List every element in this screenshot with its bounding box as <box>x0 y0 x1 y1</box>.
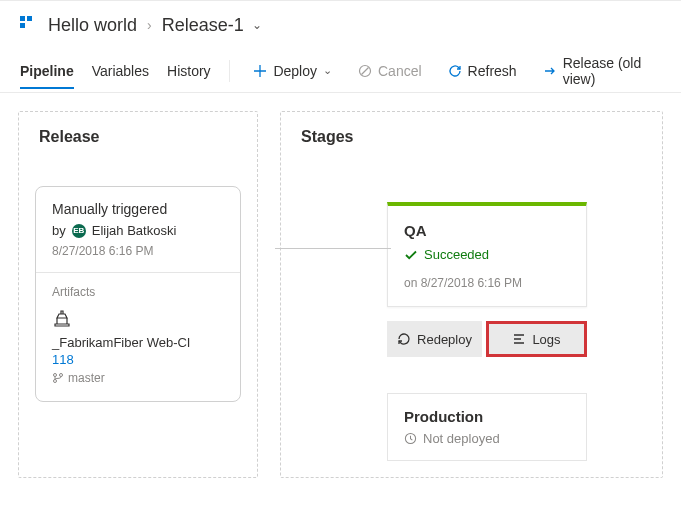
cancel-icon <box>358 64 372 78</box>
check-icon <box>404 248 418 262</box>
stage-qa-status-label: Succeeded <box>424 247 489 262</box>
artifact-icon <box>52 309 224 329</box>
stage-prod-status: Not deployed <box>404 431 570 446</box>
stage-prod-status-label: Not deployed <box>423 431 500 446</box>
branch-name: master <box>68 371 105 385</box>
stage-production[interactable]: Production Not deployed <box>387 393 587 461</box>
old-view-label: Release (old view) <box>563 55 655 87</box>
cancel-label: Cancel <box>378 63 422 79</box>
artifact-build-link[interactable]: 118 <box>52 352 224 367</box>
divider <box>229 60 230 82</box>
by-prefix: by <box>52 223 66 238</box>
chevron-right-icon: › <box>147 17 152 33</box>
artifact-name: _FabrikamFiber Web-CI <box>52 335 224 350</box>
external-icon <box>543 64 557 78</box>
tab-pipeline[interactable]: Pipeline <box>20 53 74 89</box>
release-card[interactable]: Manually triggered by EB Elijah Batkoski… <box>35 186 241 402</box>
cancel-button: Cancel <box>352 59 428 83</box>
svg-point-6 <box>60 374 63 377</box>
app-icon <box>20 16 38 34</box>
artifacts-header: Artifacts <box>52 285 224 299</box>
connector-line <box>275 248 391 249</box>
breadcrumb-root[interactable]: Hello world <box>48 15 137 36</box>
user-name: Elijah Batkoski <box>92 223 177 238</box>
trigger-title: Manually triggered <box>52 201 224 217</box>
stage-qa[interactable]: QA Succeeded on 8/27/2018 6:16 PM <box>387 202 587 307</box>
stage-qa-timestamp: on 8/27/2018 6:16 PM <box>404 276 570 290</box>
svg-rect-2 <box>20 23 25 28</box>
breadcrumb-release[interactable]: Release-1 <box>162 15 244 36</box>
stage-qa-actions: Redeploy Logs <box>387 321 587 357</box>
svg-point-7 <box>54 380 57 383</box>
trigger-by: by EB Elijah Batkoski <box>52 223 224 238</box>
plus-icon <box>253 64 267 78</box>
redeploy-icon <box>397 332 411 346</box>
trigger-timestamp: 8/27/2018 6:16 PM <box>52 244 224 258</box>
tab-variables[interactable]: Variables <box>92 53 149 89</box>
svg-point-5 <box>54 374 57 377</box>
svg-line-4 <box>362 67 369 74</box>
svg-rect-1 <box>27 16 32 21</box>
stage-prod-name: Production <box>404 408 570 425</box>
stages-panel: Stages QA Succeeded on 8/27/2018 6:16 PM <box>280 111 663 478</box>
deploy-label: Deploy <box>273 63 317 79</box>
breadcrumb: Hello world › Release-1 ⌄ <box>0 1 681 49</box>
clock-icon <box>404 432 417 445</box>
release-heading: Release <box>39 128 241 146</box>
redeploy-button[interactable]: Redeploy <box>387 321 482 357</box>
release-panel: Release Manually triggered by EB Elijah … <box>18 111 258 478</box>
tab-bar: Pipeline Variables History <box>20 53 211 89</box>
refresh-label: Refresh <box>468 63 517 79</box>
chevron-down-icon: ⌄ <box>323 64 332 77</box>
refresh-icon <box>448 64 462 78</box>
deploy-button[interactable]: Deploy ⌄ <box>247 59 338 83</box>
chevron-down-icon[interactable]: ⌄ <box>252 18 262 32</box>
logs-label: Logs <box>532 332 560 347</box>
logs-icon <box>512 332 526 346</box>
avatar: EB <box>72 224 86 238</box>
svg-rect-0 <box>20 16 25 21</box>
redeploy-label: Redeploy <box>417 332 472 347</box>
toolbar: Pipeline Variables History Deploy ⌄ Canc… <box>0 49 681 93</box>
stage-qa-status: Succeeded <box>404 247 570 262</box>
logs-button[interactable]: Logs <box>486 321 587 357</box>
branch-icon <box>52 372 64 384</box>
tab-history[interactable]: History <box>167 53 211 89</box>
stage-qa-name: QA <box>404 222 570 239</box>
old-view-button[interactable]: Release (old view) <box>537 51 661 91</box>
stages-heading: Stages <box>301 128 646 146</box>
refresh-button[interactable]: Refresh <box>442 59 523 83</box>
artifact-branch: master <box>52 371 224 385</box>
